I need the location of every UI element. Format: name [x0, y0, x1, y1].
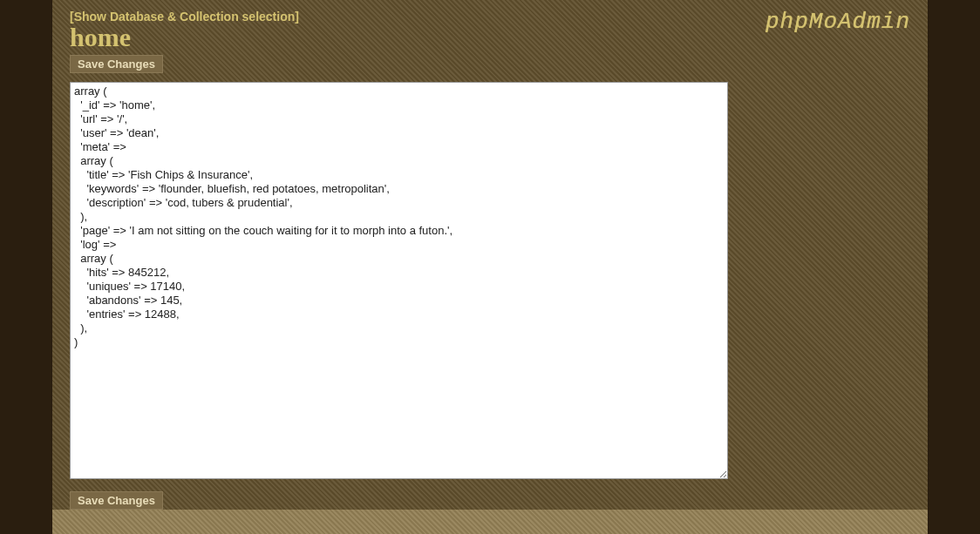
object-editor-textarea[interactable]	[70, 82, 728, 479]
footer-bar	[52, 510, 928, 534]
show-db-collection-link[interactable]: [Show Database & Collection selection]	[70, 10, 299, 24]
save-changes-bottom-button[interactable]: Save Changes	[70, 491, 163, 510]
app-logo: phpMoAdmin	[766, 9, 910, 35]
save-changes-top-button[interactable]: Save Changes	[70, 55, 163, 73]
main-panel: [Show Database & Collection selection] h…	[52, 0, 928, 510]
